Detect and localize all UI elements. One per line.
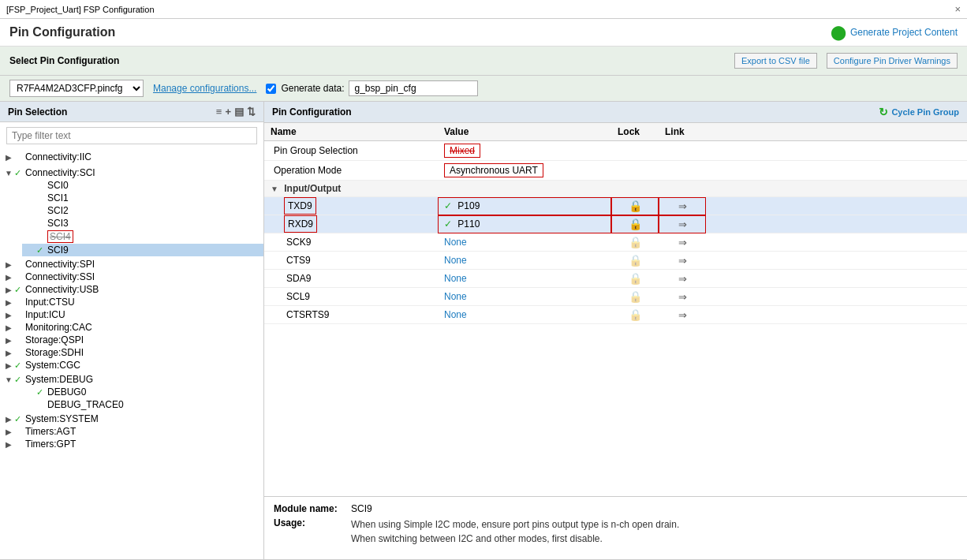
tree-container: ▶ Connectivity:IIC ▼ ✓ Connectivity:SCI xyxy=(0,149,263,559)
tree-row-timers-gpt[interactable]: ▶ Timers:GPT xyxy=(0,438,263,450)
lock-icon-rxd9[interactable]: 🔒 xyxy=(629,218,642,230)
lock-icon-sda9[interactable]: 🔒 xyxy=(629,272,642,285)
config-file-select[interactable]: R7FA4M2AD3CFP.pincfg xyxy=(9,80,144,97)
tree-row-connectivity-iic[interactable]: ▶ Connectivity:IIC xyxy=(0,151,263,163)
export-csv-button[interactable]: Export to CSV file xyxy=(734,53,817,69)
section-toggle-io[interactable]: ▼ xyxy=(271,185,278,193)
link-ctsrts9[interactable]: ⇒ xyxy=(659,306,706,324)
cycle-pin-group-button[interactable]: ↻ Cycle Pin Group xyxy=(879,106,959,118)
label-sci1: SCI1 xyxy=(47,192,69,203)
lock-ctsrts9[interactable]: 🔒 xyxy=(611,306,659,324)
table-row-rxd9: RXD9 ✓ P110 🔒 ⇒ xyxy=(264,215,967,233)
tree-row-storage-sdhi[interactable]: ▶ Storage:SDHI xyxy=(0,346,263,359)
check-connectivity-iic xyxy=(14,152,25,162)
link-icon-sda9[interactable]: ⇒ xyxy=(678,273,687,285)
tree-row-monitoring-cac[interactable]: ▶ Monitoring:CAC xyxy=(0,321,263,334)
lock-txd9[interactable]: 🔒 xyxy=(611,197,659,215)
tree-row-sci1[interactable]: SCI1 xyxy=(22,192,263,204)
generate-data-checkbox[interactable] xyxy=(266,84,276,94)
sort-icon[interactable]: ⇅ xyxy=(247,106,256,118)
label-sci2: SCI2 xyxy=(47,205,69,216)
arrow-debug0 xyxy=(25,388,36,397)
link-icon-ctsrts9[interactable]: ⇒ xyxy=(678,309,687,321)
filter-icon[interactable]: ▤ xyxy=(234,106,244,118)
link-icon-rxd9[interactable]: ⇒ xyxy=(678,218,687,230)
link-cts9[interactable]: ⇒ xyxy=(659,252,706,270)
link-icon-txd9[interactable]: ⇒ xyxy=(678,200,687,212)
lock-scl9[interactable]: 🔒 xyxy=(611,288,659,306)
lock-rxd9[interactable]: 🔒 xyxy=(611,215,659,233)
check-system-system: ✓ xyxy=(14,414,25,424)
check-connectivity-sci: ✓ xyxy=(14,168,25,178)
lock-icon-scl9[interactable]: 🔒 xyxy=(629,290,642,303)
tree-row-input-icu[interactable]: ▶ Input:ICU xyxy=(0,308,263,321)
filter-input[interactable] xyxy=(6,127,257,144)
name-scl9: SCL9 xyxy=(264,288,438,306)
tree-row-system-cgc[interactable]: ▶ ✓ System:CGC xyxy=(0,359,263,371)
table-header-row: Name Value Lock Link xyxy=(264,123,967,141)
tree-row-sci9[interactable]: ✓ SCI9 xyxy=(22,244,263,256)
generate-project-button[interactable]: ⬤ Generate Project Content xyxy=(831,24,958,41)
tree-row-connectivity-sci[interactable]: ▼ ✓ Connectivity:SCI xyxy=(0,166,263,179)
tree-row-timers-agt[interactable]: ▶ Timers:AGT xyxy=(0,425,263,438)
info-row-usage: Usage: When using Simple I2C mode, ensur… xyxy=(274,517,958,546)
usage-text-1: When using Simple I2C mode, ensure port … xyxy=(351,517,679,532)
link-scl9[interactable]: ⇒ xyxy=(659,288,706,306)
lock-icon-sck9[interactable]: 🔒 xyxy=(629,236,642,248)
label-storage-sdhi: Storage:SDHI xyxy=(25,347,84,358)
label-connectivity-ssi: Connectivity:SSI xyxy=(25,271,95,282)
usage-label: Usage: xyxy=(274,517,345,546)
link-rxd9[interactable]: ⇒ xyxy=(659,215,706,233)
list-icon[interactable]: ≡ xyxy=(216,106,222,118)
link-icon-sck9[interactable]: ⇒ xyxy=(678,237,687,248)
link-sda9[interactable]: ⇒ xyxy=(659,270,706,288)
configure-driver-warnings-button[interactable]: Configure Pin Driver Warnings xyxy=(827,53,958,69)
tree-row-sci2[interactable]: SCI2 xyxy=(22,204,263,217)
config-bar-right: Export to CSV file Configure Pin Driver … xyxy=(734,53,958,69)
left-panel: Pin Selection ≡ + ▤ ⇅ ▶ Connectivity:IIC xyxy=(0,102,264,559)
lock-icon-ctsrts9[interactable]: 🔒 xyxy=(629,308,642,321)
name-operation-mode: Operation Mode xyxy=(264,161,438,181)
tree-row-storage-qspi[interactable]: ▶ Storage:QSPI xyxy=(0,334,263,346)
tree-row-sci4[interactable]: SCI4 xyxy=(22,230,263,244)
lock-icon-txd9[interactable]: 🔒 xyxy=(629,200,642,212)
tree-row-sci3[interactable]: SCI3 xyxy=(22,217,263,230)
generate-icon: ⬤ xyxy=(831,24,846,41)
label-debug0: DEBUG0 xyxy=(47,386,86,398)
name-ctsrts9: CTSRTS9 xyxy=(264,306,438,324)
tree-row-input-ctsu[interactable]: ▶ Input:CTSU xyxy=(0,296,263,308)
table-row-ctsrts9: CTSRTS9 None 🔒 ⇒ xyxy=(264,306,967,324)
lock-icon-cts9[interactable]: 🔒 xyxy=(629,254,642,267)
label-system-debug: System:DEBUG xyxy=(25,374,93,385)
col-name: Name xyxy=(264,123,438,141)
arrow-connectivity-iic: ▶ xyxy=(3,153,14,162)
generate-data-field[interactable]: g_bsp_pin_cfg xyxy=(349,80,478,96)
link-icon-cts9[interactable]: ⇒ xyxy=(678,255,687,267)
close-icon[interactable]: × xyxy=(954,3,961,15)
page-title-bar: Pin Configuration ⬤ Generate Project Con… xyxy=(0,19,967,47)
add-icon[interactable]: + xyxy=(225,106,231,118)
link-icon-scl9[interactable]: ⇒ xyxy=(678,291,687,303)
lock-sda9[interactable]: 🔒 xyxy=(611,270,659,288)
tree-row-system-system[interactable]: ▶ ✓ System:SYSTEM xyxy=(0,413,263,425)
module-name-label: Module name: xyxy=(274,503,345,514)
tree-row-debug0[interactable]: ✓ DEBUG0 xyxy=(22,386,263,398)
arrow-debug-trace0 xyxy=(25,401,36,409)
pin-table: Name Value Lock Link Pin Group Selection… xyxy=(264,123,967,324)
tree-row-sci0[interactable]: SCI0 xyxy=(22,179,263,192)
lock-sck9[interactable]: 🔒 xyxy=(611,233,659,252)
left-panel-header: Pin Selection ≡ + ▤ ⇅ xyxy=(0,102,263,122)
table-row-sck9: SCK9 None 🔒 ⇒ xyxy=(264,233,967,252)
tree-row-connectivity-ssi[interactable]: ▶ Connectivity:SSI xyxy=(0,271,263,283)
tree-row-connectivity-spi[interactable]: ▶ Connectivity:SPI xyxy=(0,258,263,271)
tree-row-system-debug[interactable]: ▼ ✓ System:DEBUG xyxy=(0,373,263,386)
manage-configurations-link[interactable]: Manage configurations... xyxy=(153,83,256,94)
arrow-input-icu: ▶ xyxy=(3,311,14,319)
link-sck9[interactable]: ⇒ xyxy=(659,233,706,252)
col-value: Value xyxy=(438,123,611,141)
link-txd9[interactable]: ⇒ xyxy=(659,197,706,215)
tree-row-debug-trace0[interactable]: DEBUG_TRACE0 xyxy=(22,398,263,411)
tree-row-connectivity-usb[interactable]: ▶ ✓ Connectivity:USB xyxy=(0,283,263,296)
lock-cts9[interactable]: 🔒 xyxy=(611,252,659,270)
label-sci3: SCI3 xyxy=(47,218,69,229)
